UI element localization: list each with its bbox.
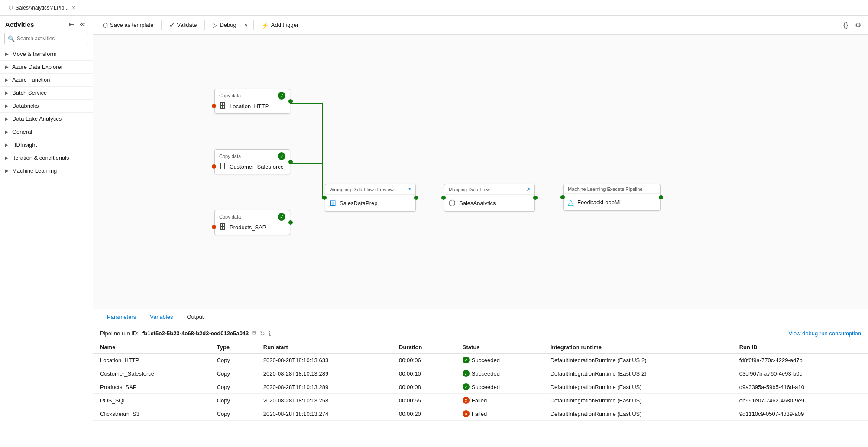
validate-button[interactable]: ✔ Validate — [165, 19, 201, 31]
add-trigger-button[interactable]: ⚡ Add trigger — [257, 19, 303, 31]
cell-status: ✕ Failed — [456, 394, 544, 407]
cell-integration-runtime: DefaultIntegrationRuntime (East US 2) — [544, 354, 732, 367]
main-layout: Activities ⇤ ≪ 🔍 ▶Move & transform▶Azure… — [0, 16, 868, 447]
status-icon-failed: ✕ — [463, 397, 470, 404]
code-button[interactable]: {} — [842, 19, 850, 31]
col-integration-runtime: Integration runtime — [544, 341, 732, 354]
sidebar-category-label: Azure Function — [12, 77, 50, 83]
sidebar-category-azure-data-explorer[interactable]: ▶Azure Data Explorer — [0, 61, 93, 74]
tab-parameters[interactable]: Parameters — [100, 309, 143, 325]
debug-label: Debug — [220, 22, 236, 28]
pipeline-run-label: Pipeline run ID: — [100, 330, 139, 337]
mapping-header: Mapping Data Flow ↗ — [444, 184, 534, 195]
sidebar-category-general[interactable]: ▶General — [0, 125, 93, 138]
collapse-right-button[interactable]: ≪ — [78, 20, 87, 29]
status-text: Failed — [472, 411, 487, 417]
sidebar-category-label: Machine Learning — [12, 167, 57, 174]
port-right-1 — [288, 99, 293, 103]
pipeline-content: Copy data ✓ 🗄 Location_HTTP Copy data ✓ — [102, 48, 859, 199]
cell-type: Copy — [210, 407, 256, 421]
add-trigger-label: Add trigger — [271, 22, 299, 28]
refresh-icon[interactable]: ↻ — [260, 330, 265, 337]
sidebar-category-label: Move & transform — [12, 51, 57, 57]
copy-node-customer-salesforce[interactable]: Copy data ✓ 🗄 Customer_Salesforce — [214, 149, 290, 174]
table-row[interactable]: Location_HTTP Copy 2020-08-28T18:10:13.6… — [93, 354, 868, 367]
pipeline-tab-icon: ⬡ — [9, 5, 13, 10]
copy-run-id-icon[interactable]: ⧉ — [252, 330, 256, 337]
cell-name: Customer_Salesforce — [93, 367, 210, 380]
cell-run-start: 2020-08-28T18:10:13.289 — [256, 367, 392, 380]
sidebar-category-label: Azure Data Explorer — [12, 64, 63, 70]
canvas-area: ⬡ Save as template ✔ Validate ▷ Debug ∨ … — [93, 16, 868, 447]
col-duration: Duration — [392, 341, 456, 354]
cell-integration-runtime: DefaultIntegrationRuntime (East US 2) — [544, 367, 732, 380]
pipeline-run-id-row: Pipeline run ID: fb1ef5e2-5b23-4e68-b2d3… — [100, 330, 861, 337]
wrangling-dataflow-node[interactable]: Wrangling Data Flow (Preview ↗ ⊞ SalesDa… — [325, 184, 416, 212]
debug-button[interactable]: ▷ Debug — [208, 19, 240, 31]
wrangling-header: Wrangling Data Flow (Preview ↗ — [325, 184, 415, 195]
status-text: Succeeded — [472, 370, 500, 377]
view-debug-link[interactable]: View debug run consumption — [789, 330, 861, 337]
external-link-icon-2: ↗ — [526, 187, 530, 193]
sidebar: Activities ⇤ ≪ 🔍 ▶Move & transform▶Azure… — [0, 16, 93, 447]
status-text: Succeeded — [472, 357, 500, 363]
copy-node-products-sap[interactable]: Copy data ✓ 🗄 Products_SAP — [214, 210, 290, 235]
wrangling-icon: ⊞ — [330, 198, 336, 208]
cell-status: ✓ Succeeded — [456, 354, 544, 367]
pipeline-tab[interactable]: ⬡ SalesAnalyticsMLPip... × — [3, 0, 81, 15]
node-body-1: 🗄 Location_HTTP — [219, 102, 285, 110]
pipeline-run-id-value: fb1ef5e2-5b23-4e68-b2d3-eed012e5a043 — [142, 330, 249, 337]
table-row[interactable]: Customer_Salesforce Copy 2020-08-28T18:1… — [93, 367, 868, 380]
info-icon[interactable]: ℹ — [269, 330, 271, 337]
table-row[interactable]: Clickstream_S3 Copy 2020-08-28T18:10:13.… — [93, 407, 868, 421]
sidebar-category-batch-service[interactable]: ▶Batch Service — [0, 87, 93, 100]
chevron-icon: ▶ — [5, 116, 9, 121]
copy-icon-2: 🗄 — [219, 163, 226, 170]
table-row[interactable]: Products_SAP Copy 2020-08-28T18:10:13.28… — [93, 380, 868, 394]
tab-output[interactable]: Output — [180, 309, 211, 325]
sidebar-header: Activities ⇤ ≪ — [0, 16, 93, 31]
port-fail-2 — [212, 164, 216, 169]
node-header-1: Copy data ✓ — [219, 92, 285, 100]
port-left-ml — [560, 195, 565, 199]
port-right-wrangling — [414, 196, 418, 200]
chevron-icon: ▶ — [5, 155, 9, 160]
sidebar-category-label: Data Lake Analytics — [12, 116, 62, 122]
sidebar-category-label: General — [12, 129, 32, 135]
sidebar-category-iteration-&-conditionals[interactable]: ▶Iteration & conditionals — [0, 151, 93, 164]
sidebar-category-azure-function[interactable]: ▶Azure Function — [0, 74, 93, 87]
save-as-template-button[interactable]: ⬡ Save as template — [98, 19, 158, 31]
sidebar-category-hdinsight[interactable]: ▶HDInsight — [0, 138, 93, 151]
save-as-template-label: Save as template — [110, 22, 153, 28]
node-check-2: ✓ — [278, 152, 285, 160]
node-check-3: ✓ — [278, 213, 285, 221]
col-status: Status — [456, 341, 544, 354]
col-type: Type — [210, 341, 256, 354]
cell-name: Location_HTTP — [93, 354, 210, 367]
ml-execute-node[interactable]: Machine Learning Execute Pipeline △ Feed… — [563, 184, 661, 211]
sidebar-category-move-&-transform[interactable]: ▶Move & transform — [0, 48, 93, 61]
tab-close-button[interactable]: × — [72, 5, 75, 11]
settings-button[interactable]: ⚙ — [853, 19, 863, 31]
col-run-start: Run start — [256, 341, 392, 354]
debug-dropdown-button[interactable]: ∨ — [243, 20, 250, 30]
cell-duration: 00:00:06 — [392, 354, 456, 367]
table-row[interactable]: POS_SQL Copy 2020-08-28T18:10:13.258 00:… — [93, 394, 868, 407]
copy-node-location-http[interactable]: Copy data ✓ 🗄 Location_HTTP — [214, 89, 290, 114]
mapping-dataflow-node[interactable]: Mapping Data Flow ↗ ⬡ SalesAnalytics — [444, 184, 535, 212]
toolbar-right: {} ⚙ — [842, 19, 863, 31]
sidebar-category-databricks[interactable]: ▶Databricks — [0, 100, 93, 113]
search-input[interactable] — [4, 33, 88, 44]
tab-variables[interactable]: Variables — [143, 309, 180, 325]
toolbar: ⬡ Save as template ✔ Validate ▷ Debug ∨ … — [93, 16, 868, 35]
sidebar-category-machine-learning[interactable]: ▶Machine Learning — [0, 164, 93, 177]
sidebar-category-data-lake-analytics[interactable]: ▶Data Lake Analytics — [0, 113, 93, 125]
validate-icon: ✔ — [169, 22, 175, 29]
collapse-left-button[interactable]: ⇤ — [67, 20, 76, 29]
port-fail-1 — [212, 104, 216, 108]
copy-icon-1: 🗄 — [219, 102, 226, 110]
chevron-icon: ▶ — [5, 103, 9, 108]
pipeline-canvas[interactable]: Copy data ✓ 🗄 Location_HTTP Copy data ✓ — [93, 35, 868, 309]
cell-integration-runtime: DefaultIntegrationRuntime (East US) — [544, 380, 732, 394]
separator-2 — [204, 20, 205, 30]
